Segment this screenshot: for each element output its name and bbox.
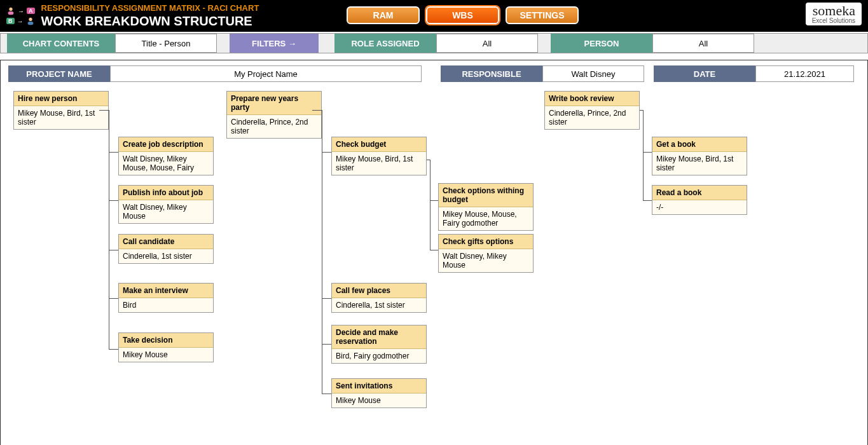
wbs-node-check-options-budget[interactable]: Check options withing budget Mikey Mouse…: [438, 183, 534, 231]
connector-line: [427, 160, 431, 160]
connector-line: [312, 110, 322, 111]
node-body: Mikey Mouse, Bird, 1st sister: [14, 106, 108, 129]
wbs-node-write-book-review[interactable]: Write book review Cinderella, Prince, 2n…: [544, 91, 640, 130]
wbs-node-read-a-book[interactable]: Read a book -/-: [652, 185, 747, 215]
node-body: Bird: [119, 298, 213, 312]
wbs-canvas: Hire new person Mikey Mouse, Bird, 1st s…: [1, 91, 867, 434]
nav-buttons: RAM WBS SETTINGS: [347, 6, 579, 24]
svg-rect-1: [8, 11, 14, 15]
chart-contents-dropdown[interactable]: Title - Person: [115, 34, 217, 53]
connector-line: [430, 250, 438, 250]
connector-line: [643, 200, 652, 201]
node-body: Walt Disney, Mikey Mouse: [439, 249, 533, 272]
node-body: Mikey Mouse: [119, 348, 213, 362]
wbs-node-check-budget[interactable]: Check budget Mikey Mouse, Bird, 1st sist…: [331, 137, 427, 175]
date-field[interactable]: 21.12.2021: [755, 65, 854, 82]
nav-wbs-button[interactable]: WBS: [426, 6, 499, 24]
top-bar: → A B → RESPONSIBILITY ASSIGNMENT MATRIX…: [0, 0, 868, 32]
wbs-node-take-decision[interactable]: Take decision Mikey Mouse: [118, 332, 214, 362]
wbs-node-get-a-book[interactable]: Get a book Mikey Mouse, Bird, 1st sister: [652, 137, 747, 175]
svg-rect-3: [27, 22, 33, 25]
nav-settings-button[interactable]: SETTINGS: [506, 6, 579, 24]
logo: someka Excel Solutions: [806, 3, 862, 25]
node-title: Write book review: [545, 92, 639, 106]
person-dropdown[interactable]: All: [652, 34, 754, 53]
node-title: Make an interview: [119, 284, 213, 298]
connector-line: [109, 250, 118, 250]
date-label: DATE: [654, 65, 755, 82]
wbs-node-call-candidate[interactable]: Call candidate Cinderella, 1st sister: [118, 234, 214, 264]
connector-line: [322, 152, 331, 153]
node-body: Walt Disney, Mikey Mouse, Mouse, Fairy: [119, 152, 213, 175]
legend-row-b: B →: [6, 17, 35, 25]
node-title: Publish info about job: [119, 186, 213, 200]
role-assigned-label: ROLE ASSIGNED: [334, 34, 436, 53]
node-title: Create job description: [119, 137, 213, 152]
legend-a-badge: A: [27, 8, 35, 14]
wbs-node-publish-info[interactable]: Publish info about job Walt Disney, Mike…: [118, 185, 214, 224]
connector-line: [109, 298, 118, 299]
node-body: Cinderella, 1st sister: [332, 298, 426, 312]
connector-line: [322, 298, 331, 299]
node-title: Call few places: [332, 284, 426, 298]
arrow-icon: →: [17, 18, 24, 25]
connector-line: [109, 110, 109, 349]
node-body: Bird, Fairy godmother: [332, 349, 426, 363]
project-header-row: PROJECT NAME My Project Name RESPONSIBLE…: [1, 65, 867, 82]
wbs-node-create-job-description[interactable]: Create job description Walt Disney, Mike…: [118, 137, 214, 175]
project-name-field[interactable]: My Project Name: [110, 65, 422, 82]
node-title: Get a book: [652, 137, 747, 152]
wbs-node-hire-new-person[interactable]: Hire new person Mikey Mouse, Bird, 1st s…: [13, 91, 109, 130]
wbs-node-decide-reservation[interactable]: Decide and make reservation Bird, Fairy …: [331, 325, 427, 364]
responsible-field[interactable]: Walt Disney: [542, 65, 644, 82]
connector-line: [109, 349, 118, 350]
connector-line: [640, 110, 644, 111]
project-name-label: PROJECT NAME: [8, 65, 110, 82]
responsible-label: RESPONSIBLE: [441, 65, 542, 82]
app-subtitle: RESPONSIBILITY ASSIGNMENT MATRIX - RACI …: [41, 3, 259, 13]
logo-text: someka: [812, 4, 855, 18]
connector-line: [430, 200, 438, 201]
person-label: PERSON: [551, 34, 652, 53]
wbs-node-prepare-party[interactable]: Prepare new years party Cinderella, Prin…: [226, 91, 322, 139]
chart-contents-label: CHART CONTENTS: [7, 34, 115, 53]
connector-line: [109, 200, 118, 201]
person-icon: [6, 6, 15, 15]
role-assigned-dropdown[interactable]: All: [436, 34, 538, 53]
node-title: Check options withing budget: [439, 184, 533, 207]
logo-subtext: Excel Solutions: [812, 18, 855, 24]
wbs-node-sent-invitations[interactable]: Sent invitations Mikey Mouse: [331, 378, 427, 408]
wbs-node-check-gifts[interactable]: Check gifts options Walt Disney, Mikey M…: [438, 234, 534, 273]
filters-button[interactable]: FILTERS →: [230, 34, 319, 53]
node-body: Mikey Mouse, Mouse, Fairy godmother: [439, 207, 533, 230]
person-icon: [26, 17, 35, 25]
node-body: Walt Disney, Mikey Mouse: [119, 200, 213, 223]
node-title: Take decision: [119, 333, 213, 348]
app-title: WORK BREAKDOWN STRUCTURE: [41, 13, 259, 29]
svg-point-0: [9, 8, 12, 11]
node-title: Decide and make reservation: [332, 325, 426, 349]
legend-row-a: → A: [6, 6, 35, 15]
connector-line: [643, 110, 644, 200]
legend-area: → A B →: [6, 6, 35, 25]
node-body: Mikey Mouse, Bird, 1st sister: [332, 152, 426, 175]
connector-line: [430, 160, 431, 250]
main-area: PROJECT NAME My Project Name RESPONSIBLE…: [0, 60, 868, 445]
connector-line: [322, 394, 331, 394]
arrow-icon: →: [18, 8, 24, 15]
nav-ram-button[interactable]: RAM: [347, 6, 420, 24]
connector-line: [99, 110, 109, 111]
wbs-node-call-few-places[interactable]: Call few places Cinderella, 1st sister: [331, 283, 427, 313]
connector-line: [322, 344, 331, 345]
wbs-node-make-interview[interactable]: Make an interview Bird: [118, 283, 214, 313]
node-title: Call candidate: [119, 235, 213, 249]
node-body: Cinderella, Prince, 2nd sister: [545, 106, 639, 129]
node-title: Prepare new years party: [227, 92, 321, 115]
node-title: Check budget: [332, 137, 426, 152]
svg-point-2: [29, 18, 32, 21]
node-body: Mikey Mouse: [332, 394, 426, 407]
node-body: Cinderella, Prince, 2nd sister: [227, 115, 321, 138]
filter-bar: CHART CONTENTS Title - Person FILTERS → …: [0, 33, 868, 53]
legend-b-badge: B: [6, 18, 15, 24]
node-title: Check gifts options: [439, 235, 533, 249]
